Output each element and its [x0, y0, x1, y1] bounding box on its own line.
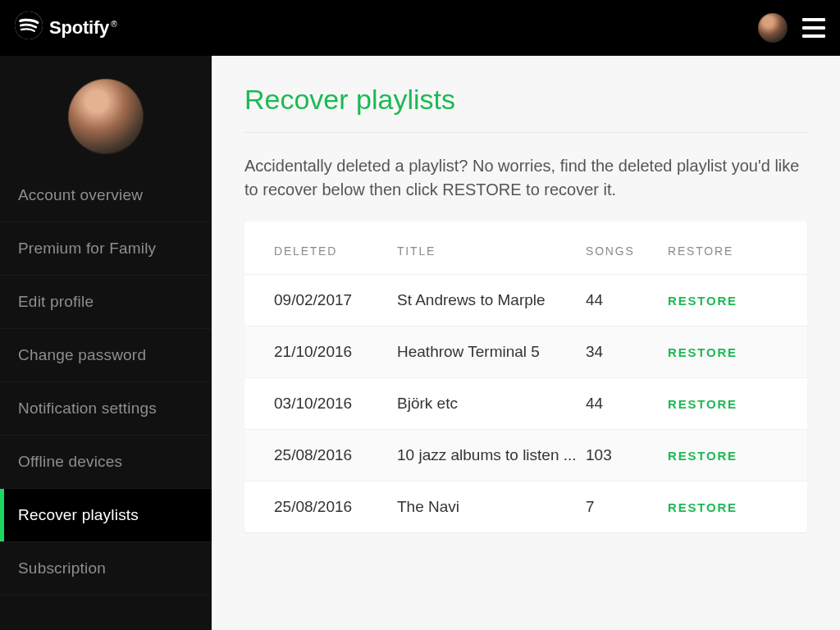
- cell-title: 10 jazz albums to listen ...: [397, 446, 586, 464]
- table-row: 03/10/2016 Björk etc 44 RESTORE: [244, 377, 807, 429]
- cell-deleted: 03/10/2016: [274, 395, 397, 413]
- app-header: Spotify®: [0, 0, 840, 56]
- brand-name: Spotify®: [49, 17, 116, 39]
- table-row: 25/08/2016 10 jazz albums to listen ... …: [244, 429, 807, 481]
- cell-songs: 44: [586, 395, 668, 413]
- cell-deleted: 21/10/2016: [274, 343, 397, 361]
- sidebar-item-label: Recover playlists: [18, 506, 139, 524]
- sidebar-item-label: Change password: [18, 346, 146, 364]
- page-description: Accidentally deleted a playlist? No worr…: [244, 154, 807, 202]
- sidebar-item-change-password[interactable]: Change password: [0, 329, 212, 382]
- brand[interactable]: Spotify®: [15, 11, 116, 44]
- sidebar-item-label: Account overview: [18, 186, 143, 204]
- cell-title: St Andrews to Marple: [397, 291, 586, 309]
- table-row: 21/10/2016 Heathrow Terminal 5 34 RESTOR…: [244, 326, 807, 377]
- header-right: [758, 13, 825, 43]
- sidebar-item-edit-profile[interactable]: Edit profile: [0, 276, 212, 329]
- col-header-title: TITLE: [397, 244, 586, 258]
- spotify-logo-icon: [15, 11, 43, 44]
- restore-button[interactable]: RESTORE: [668, 397, 778, 411]
- restore-button[interactable]: RESTORE: [668, 500, 778, 514]
- sidebar-item-account-overview[interactable]: Account overview: [0, 169, 212, 222]
- restore-button[interactable]: RESTORE: [668, 294, 778, 308]
- menu-icon[interactable]: [802, 18, 825, 38]
- sidebar-item-notification-settings[interactable]: Notification settings: [0, 382, 212, 436]
- sidebar-item-subscription[interactable]: Subscription: [0, 542, 212, 596]
- cell-deleted: 25/08/2016: [274, 498, 397, 516]
- table-row: 09/02/2017 St Andrews to Marple 44 RESTO…: [244, 274, 807, 326]
- col-header-deleted: DELETED: [274, 244, 397, 258]
- page-title: Recover playlists: [244, 84, 807, 133]
- sidebar-item-premium-for-family[interactable]: Premium for Family: [0, 222, 212, 276]
- sidebar-item-recover-playlists[interactable]: Recover playlists: [0, 489, 212, 542]
- avatar[interactable]: [758, 13, 788, 43]
- cell-songs: 103: [586, 446, 668, 464]
- cell-title: The Navi: [397, 498, 586, 516]
- cell-title: Heathrow Terminal 5: [397, 343, 586, 361]
- cell-songs: 7: [586, 498, 668, 516]
- sidebar-item-label: Notification settings: [18, 399, 157, 418]
- restore-button[interactable]: RESTORE: [668, 449, 778, 463]
- sidebar-item-label: Subscription: [18, 559, 106, 578]
- playlists-table: DELETED TITLE SONGS RESTORE 09/02/2017 S…: [244, 221, 807, 532]
- restore-button[interactable]: RESTORE: [668, 345, 778, 359]
- cell-deleted: 09/02/2017: [274, 291, 397, 309]
- table-row: 25/08/2016 The Navi 7 RESTORE: [244, 481, 807, 532]
- main-content: Recover playlists Accidentally deleted a…: [212, 56, 840, 630]
- sidebar: Account overview Premium for Family Edit…: [0, 56, 212, 630]
- sidebar-item-label: Premium for Family: [18, 240, 156, 258]
- sidebar-nav: Account overview Premium for Family Edit…: [0, 169, 212, 596]
- cell-songs: 44: [586, 291, 668, 309]
- sidebar-item-label: Offline devices: [18, 453, 122, 471]
- avatar[interactable]: [68, 79, 144, 154]
- sidebar-item-offline-devices[interactable]: Offline devices: [0, 436, 212, 489]
- col-header-songs: SONGS: [586, 244, 668, 258]
- sidebar-item-label: Edit profile: [18, 293, 94, 311]
- col-header-restore: RESTORE: [668, 244, 778, 258]
- cell-songs: 34: [586, 343, 668, 361]
- cell-title: Björk etc: [397, 395, 586, 413]
- table-header: DELETED TITLE SONGS RESTORE: [244, 228, 807, 274]
- sidebar-avatar-wrap: [0, 56, 212, 169]
- cell-deleted: 25/08/2016: [274, 446, 397, 464]
